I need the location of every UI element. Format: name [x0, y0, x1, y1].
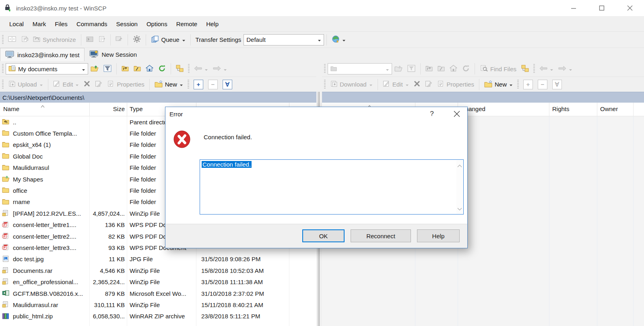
caretg-icon	[39, 81, 43, 88]
editdoc-icon	[383, 80, 390, 88]
file-name: epskit_x64 (1)	[13, 141, 89, 148]
file-icon-wps: P	[2, 244, 9, 251]
table-row[interactable]: doc test.jpg11 KBJPG File31/5/2018 9:08:…	[0, 254, 316, 265]
transfer-settings-combo[interactable]: Default	[244, 34, 324, 45]
home-directory-icon[interactable]	[143, 62, 156, 75]
table-row[interactable]: Maulidurrasul.rar310,111 KBWinZip File15…	[0, 299, 316, 310]
invert-selection-button[interactable]: ∀	[220, 78, 235, 91]
right-path-bar[interactable]	[322, 92, 644, 103]
file-name: Maulidurrasul.rar	[13, 301, 89, 308]
table-row[interactable]: public_html.zip6,058,530...WinRAR ZIP ar…	[0, 311, 316, 322]
home-icon	[146, 65, 153, 73]
reconnect-button[interactable]: Reconnect	[351, 229, 411, 242]
close-button[interactable]	[616, 0, 644, 16]
refresh-icon[interactable]	[156, 62, 168, 75]
upload-button: Upload	[6, 78, 45, 91]
select-add-button: +	[521, 78, 535, 91]
new-button[interactable]: New	[152, 78, 186, 91]
tab-new-session[interactable]: New Session	[85, 48, 142, 61]
transfer-icon	[116, 36, 123, 43]
main-toolbar: Synchronize Queue Transfer Settings Defa…	[0, 31, 644, 47]
select-add-button[interactable]: +	[191, 78, 206, 91]
menu-item-commands[interactable]: Commands	[72, 16, 112, 31]
caretg-icon	[75, 81, 79, 88]
xdel-icon	[84, 80, 90, 88]
syncdoc-icon	[21, 36, 28, 43]
filter-icon[interactable]	[101, 62, 114, 75]
file-size: 93 KB	[91, 244, 125, 251]
new-button[interactable]: New	[482, 78, 515, 91]
folderup-icon	[122, 65, 129, 73]
edit-button: Edit	[380, 78, 411, 91]
session-color-button[interactable]	[329, 33, 348, 46]
table-row[interactable]: XGCFT.MBSB.V082016.x...879 KBMicrosoft E…	[0, 288, 316, 299]
tab-session-insko23[interactable]: insko23@insko.my test	[0, 48, 85, 61]
folderopenup-icon	[91, 65, 99, 73]
caret-icon	[182, 36, 186, 43]
queue-button[interactable]: Queue	[149, 33, 188, 46]
left-path-text: C:\Users\Netxpert\Documents\	[2, 94, 84, 101]
homeg-icon	[450, 65, 457, 73]
file-name: Custom Office Templa...	[13, 130, 89, 137]
file-type: WinRAR ZIP archive	[130, 313, 210, 320]
error-dialog-titlebar: Error	[165, 107, 467, 121]
xdel-icon	[414, 80, 420, 88]
menu-item-session[interactable]: Session	[112, 16, 142, 31]
dialog-help-button[interactable]: ?	[423, 107, 441, 121]
file-icon-folder	[2, 130, 9, 137]
tree-view-icon[interactable]	[173, 62, 186, 75]
new-folder-icon	[155, 80, 163, 89]
syncfold-icon	[33, 36, 40, 43]
svg-text:P: P	[4, 235, 6, 238]
search-icon	[480, 65, 488, 73]
menu-item-local[interactable]: Local	[5, 16, 28, 31]
open-directory-icon[interactable]	[88, 62, 101, 75]
table-row[interactable]: Documents.rar4,546 KBWinZip File15/8/201…	[0, 265, 316, 276]
minimize-button[interactable]	[559, 0, 588, 16]
new-session-label: New Session	[101, 51, 137, 58]
menu-item-help[interactable]: Help	[202, 16, 223, 31]
menu-item-mark[interactable]: Mark	[28, 16, 50, 31]
invert-selection-button: ∀	[550, 78, 564, 91]
preferences-gear-icon[interactable]	[130, 33, 143, 46]
file-name: ..	[13, 119, 89, 126]
file-type: JPG File	[130, 256, 210, 262]
file-size: 4,546 KB	[91, 267, 125, 274]
file-name: GCFT.MBSB.V082016.x...	[13, 290, 89, 297]
help-button[interactable]: Help	[417, 229, 460, 242]
file-icon-wps: P	[2, 221, 9, 229]
file-name: Documents.rar	[13, 267, 89, 274]
column-header-rights[interactable]: Rights	[552, 105, 570, 112]
file-changed: 15/11/2018 8:40:21 AM	[201, 301, 290, 308]
maximize-button[interactable]	[588, 0, 616, 16]
transfer-settings-label[interactable]: Transfer Settings	[193, 33, 244, 46]
queue-icon	[151, 36, 159, 44]
transfer-settings-value: Default	[246, 36, 266, 43]
column-header-type[interactable]: Type	[130, 105, 143, 112]
parent-directory-icon[interactable]	[119, 62, 131, 75]
textbox-scrollbar[interactable]	[456, 160, 463, 214]
preferences-panels-icon[interactable]	[6, 33, 19, 46]
tree-view-icon[interactable]	[519, 62, 531, 75]
dialog-close-button[interactable]	[448, 107, 466, 121]
left-path-bar[interactable]: C:\Users\Netxpert\Documents\	[0, 92, 316, 103]
file-icon-shapes	[2, 175, 9, 183]
menu-item-remote[interactable]: Remote	[172, 16, 202, 31]
session-tab-label: insko23@insko.my test	[17, 52, 79, 58]
file-name: rname	[13, 198, 89, 205]
menu-item-files[interactable]: Files	[50, 16, 72, 31]
root-directory-icon[interactable]	[131, 62, 143, 75]
ok-button[interactable]: OK	[302, 229, 345, 242]
menu-item-options[interactable]: Options	[142, 16, 172, 31]
column-header-size[interactable]: Size	[91, 105, 125, 112]
column-header-name[interactable]: Name	[3, 105, 19, 112]
error-detail-textbox[interactable]: Connection failed.	[200, 159, 464, 215]
sync-browsing-icon	[19, 33, 31, 46]
left-command-bar: Upload Edit Properties New + − ∀	[0, 76, 316, 92]
selected-error-text: Connection failed.	[202, 161, 252, 168]
tree-icon	[176, 65, 184, 73]
table-row[interactable]: en_office_professional...2,365,224...Win…	[0, 276, 316, 287]
arrowl-icon	[194, 66, 202, 72]
column-header-owner[interactable]: Owner	[600, 105, 618, 112]
left-drive-combo[interactable]: My documents	[6, 63, 88, 74]
